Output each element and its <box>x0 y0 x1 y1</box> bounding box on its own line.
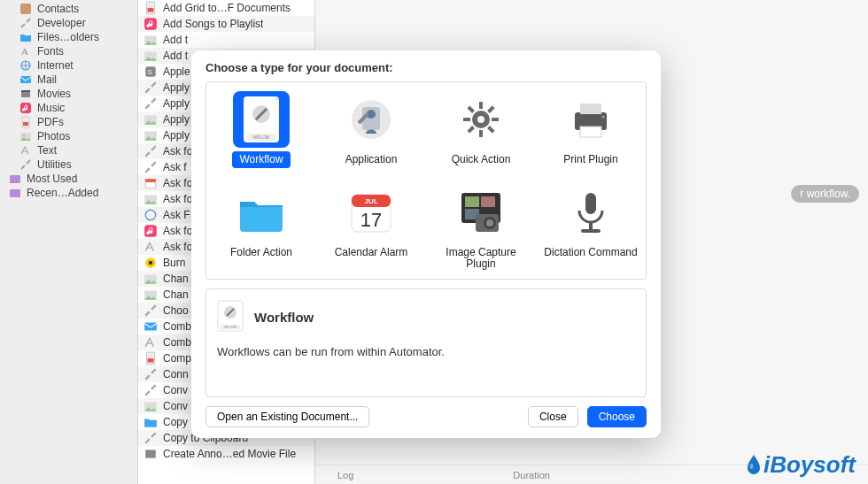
action-row[interactable]: Add t <box>138 32 314 48</box>
tools-icon <box>143 160 158 174</box>
svg-rect-5 <box>21 90 30 92</box>
sidebar-item-music[interactable]: Music <box>0 101 137 115</box>
action-label: Ask fo <box>163 241 192 253</box>
printer-icon <box>562 91 619 148</box>
type-image-capture-plugin[interactable]: Image Capture Plugin <box>426 184 536 273</box>
svg-rect-31 <box>144 322 157 330</box>
svg-rect-68 <box>581 229 601 233</box>
photo-icon <box>143 33 158 47</box>
svg-rect-33 <box>148 358 154 363</box>
music-icon <box>19 102 32 114</box>
movie-icon <box>19 88 32 100</box>
type-application[interactable]: Application <box>316 91 426 168</box>
svg-rect-55 <box>580 127 601 137</box>
svg-text:WFLOW: WFLOW <box>252 134 269 140</box>
type-quick-action[interactable]: Quick Action <box>426 91 536 168</box>
open-existing-button[interactable]: Open an Existing Document... <box>205 406 369 427</box>
action-label: Ask fo <box>163 225 192 237</box>
action-label: Ask F <box>163 209 190 221</box>
tools-icon <box>143 367 158 381</box>
type-label: Application <box>338 151 405 168</box>
sidebar-item-fonts[interactable]: AFonts <box>0 44 137 58</box>
sidebar-item-internet[interactable]: Internet <box>0 58 137 73</box>
sidebar-group-recent[interactable]: Recen…Added <box>0 186 137 200</box>
watermark-text: iBoysoft <box>763 451 856 479</box>
tools-icon <box>143 96 158 111</box>
globe-icon <box>143 208 158 222</box>
type-label: Image Capture Plugin <box>426 244 536 273</box>
action-row[interactable]: Add Songs to Playlist <box>138 16 314 32</box>
files-icon <box>19 31 32 43</box>
action-label: Conn <box>163 368 189 380</box>
sidebar-item-files[interactable]: Files…olders <box>0 30 137 44</box>
mail-icon <box>19 73 32 86</box>
type-label: Calendar Alarm <box>328 244 415 261</box>
action-label: Comb <box>163 320 191 333</box>
photo-icon <box>143 112 158 127</box>
font-icon: A <box>19 45 32 58</box>
svg-point-56 <box>602 116 605 119</box>
svg-point-10 <box>23 134 26 137</box>
type-label: Workflow <box>232 151 290 168</box>
svg-point-28 <box>149 261 153 265</box>
action-label: Ask fo <box>163 145 192 157</box>
action-label: Comb <box>163 336 191 349</box>
type-calendar-alarm[interactable]: JUL17 Calendar Alarm <box>316 184 426 273</box>
sidebar-item-movies[interactable]: Movies <box>0 87 137 101</box>
type-description-box: WFLOW Workflow Workflows can be run from… <box>205 288 647 397</box>
mail-icon <box>143 319 158 334</box>
sidebar-item-text[interactable]: Text <box>0 143 137 157</box>
description-title: Workflow <box>254 310 314 325</box>
document-type-grid: WFLOW Workflow Application Quick Action <box>205 81 647 280</box>
action-label: Apply <box>163 81 190 94</box>
action-label: Apply <box>163 129 190 142</box>
svg-point-73 <box>750 464 754 469</box>
sidebar-item-mail[interactable]: Mail <box>0 73 137 87</box>
type-workflow[interactable]: WFLOW Workflow <box>206 91 316 168</box>
movie-icon <box>143 447 158 461</box>
dialog-title: Choose a type for your document: <box>205 61 647 74</box>
label: Utilities <box>37 158 72 171</box>
music-icon <box>143 17 158 31</box>
tab-log[interactable]: Log <box>337 470 353 480</box>
svg-text:A: A <box>21 46 28 57</box>
calendar-icon <box>143 176 158 190</box>
action-label: Apple <box>163 65 190 78</box>
gear-icon <box>453 91 509 148</box>
close-button[interactable]: Close <box>528 406 578 427</box>
label: Movies <box>37 88 71 100</box>
pdf-icon <box>19 116 32 128</box>
action-label: Copy <box>163 416 188 428</box>
action-label: Ask fo <box>163 177 192 189</box>
sidebar-group-most-used[interactable]: Most Used <box>0 172 137 186</box>
action-label: Add Grid to…F Documents <box>163 2 291 14</box>
type-folder-action[interactable]: Folder Action <box>206 184 316 273</box>
text-icon <box>19 144 32 157</box>
folder-icon <box>233 184 290 241</box>
type-print-plugin[interactable]: Print Plugin <box>536 91 646 168</box>
action-label: Ask fo <box>163 193 192 205</box>
svg-rect-52 <box>487 126 494 133</box>
text-icon <box>143 240 158 254</box>
sidebar-item-utilities[interactable]: Utilities <box>0 157 137 172</box>
svg-text:S: S <box>148 68 152 76</box>
action-row[interactable]: Add Grid to…F Documents <box>138 0 314 16</box>
water-drop-icon <box>746 454 762 477</box>
action-row[interactable]: Create Anno…ed Movie File <box>138 446 314 462</box>
camera-icon <box>453 184 509 241</box>
photo-icon <box>143 49 158 63</box>
sidebar-item-photos[interactable]: Photos <box>0 129 137 143</box>
tab-duration[interactable]: Duration <box>513 470 550 480</box>
sidebar-item-pdfs[interactable]: PDFs <box>0 115 137 129</box>
choose-button[interactable]: Choose <box>587 406 647 427</box>
tools-icon <box>19 158 32 171</box>
svg-point-42 <box>367 110 376 119</box>
photo-icon <box>143 272 158 286</box>
action-label: Create Anno…ed Movie File <box>163 448 296 460</box>
tools-icon <box>143 431 158 445</box>
type-dictation-command[interactable]: Dictation Command <box>536 184 646 273</box>
sidebar-item-developer[interactable]: Developer <box>0 16 137 30</box>
svg-point-44 <box>477 116 484 123</box>
photo-icon <box>143 288 158 302</box>
sidebar-item-contacts[interactable]: Contacts <box>0 2 137 16</box>
